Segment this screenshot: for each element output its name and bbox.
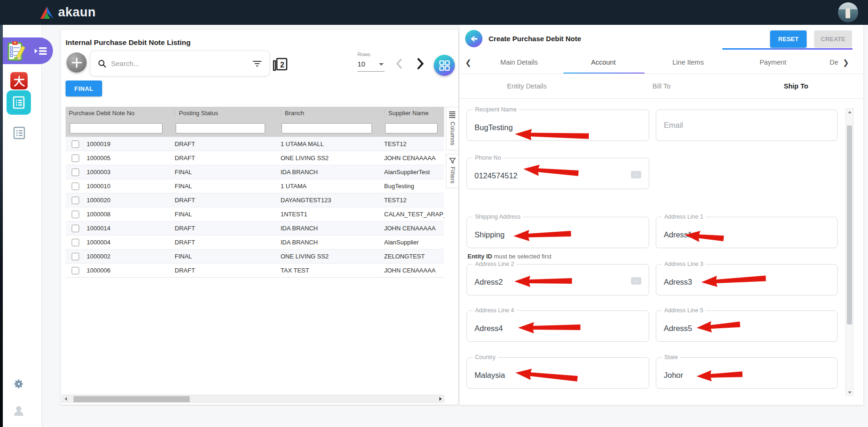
next-page-button[interactable] — [416, 57, 424, 70]
country-field[interactable]: Country Malaysia — [467, 357, 649, 389]
filters-side-tab[interactable]: Filters — [446, 154, 458, 188]
row-checkbox[interactable] — [72, 183, 79, 190]
scroll-up-arrow[interactable] — [846, 109, 853, 115]
form-tab[interactable]: Payment — [759, 59, 786, 66]
user-avatar[interactable] — [838, 2, 858, 22]
sidebar-item-forms-active[interactable] — [7, 90, 31, 115]
cell-supplier: JOHN CENAAAAA — [384, 155, 444, 162]
debit-note-table: Purchase Debit Note No Posting Status Br… — [66, 107, 444, 278]
cell-branch: DAYANGTEST123 — [281, 197, 384, 204]
reset-button[interactable]: RESET — [770, 30, 807, 48]
address-line-3-field[interactable]: Address Line 3 Adress3 — [656, 264, 838, 295]
ellipsis-icon[interactable]: ⋯ — [631, 277, 641, 285]
funnel-icon — [449, 158, 456, 164]
form-tab[interactable]: De — [830, 59, 838, 66]
sidebar-active-module[interactable] — [2, 37, 53, 64]
scroll-down-arrow[interactable] — [846, 389, 853, 396]
row-checkbox[interactable] — [72, 253, 79, 260]
row-checkbox[interactable] — [72, 225, 79, 232]
filter-input-branch[interactable] — [282, 123, 372, 133]
table-row[interactable]: 1000020 DRAFT DAYANGTEST123 TEST12 — [66, 193, 444, 207]
settings-gear-icon[interactable] — [13, 378, 24, 390]
form-tab[interactable]: Line Items — [673, 59, 704, 66]
column-header[interactable]: Posting Status — [175, 109, 281, 117]
scroll-left-arrow[interactable] — [62, 395, 69, 402]
form-sub-tab[interactable]: Ship To — [729, 74, 863, 98]
shipping-address-field[interactable]: Shipping Address Shipping — [467, 217, 649, 248]
sidebar-item-chinese-app[interactable] — [10, 72, 28, 89]
address-line-5-field[interactable]: Address Line 5 Adress5 — [656, 310, 838, 342]
table-row[interactable]: 1000005 DRAFT ONE LIVING SS2 JOHN CENAAA… — [66, 151, 444, 165]
cell-posting-status: FINAL — [175, 253, 281, 260]
columns-side-tab[interactable]: Columns — [446, 107, 458, 150]
table-row[interactable]: 1000010 FINAL 1 UTAMA BugTesting — [66, 179, 444, 193]
horizontal-scrollbar[interactable] — [62, 395, 444, 403]
table-side-tabs: Columns Filters — [446, 107, 458, 192]
back-button[interactable] — [465, 30, 482, 47]
filter-input-supplier[interactable] — [385, 123, 438, 133]
column-header[interactable]: Supplier Name — [384, 109, 444, 117]
form-tab[interactable]: Main Details — [500, 59, 538, 66]
create-debit-note-panel: Create Purchase Debit Note RESET CREATE … — [460, 25, 863, 405]
row-checkbox[interactable] — [72, 239, 79, 246]
apps-grid-button[interactable] — [434, 55, 455, 76]
tabs-scroll-left-icon[interactable]: ❮ — [463, 58, 473, 67]
form-title: Create Purchase Debit Note — [489, 35, 581, 43]
address-line-2-field[interactable]: Address Line 2 Adress2 ⋯ — [467, 264, 649, 295]
address-line-4-field[interactable]: Address Line 4 Adress4 — [467, 310, 649, 342]
previous-page-button[interactable] — [395, 58, 403, 69]
add-record-button[interactable] — [67, 52, 87, 73]
ellipsis-icon[interactable]: ⋯ — [631, 171, 641, 178]
row-checkbox[interactable] — [72, 211, 79, 218]
row-checkbox[interactable] — [72, 197, 79, 204]
duplicate-view-icon[interactable]: 2 — [273, 57, 288, 71]
filter-input-posting-status[interactable] — [176, 123, 265, 133]
filter-lines-icon[interactable] — [252, 60, 262, 67]
sidebar-item-forms-secondary[interactable] — [13, 126, 26, 140]
scroll-right-arrow[interactable] — [437, 395, 444, 402]
email-field[interactable]: Email — [656, 110, 838, 141]
state-field[interactable]: State Johor — [656, 357, 838, 389]
search-input[interactable] — [111, 59, 252, 67]
table-row[interactable]: 1000008 FINAL 1NTEST1 CALAN_TEST_ARAP_2 — [66, 207, 444, 221]
rows-per-page-select[interactable]: Rows 10 — [357, 52, 385, 72]
column-header[interactable]: Branch — [281, 109, 384, 117]
row-checkbox[interactable] — [72, 155, 79, 162]
filter-input-note-no[interactable] — [70, 123, 163, 133]
cell-note-no: 1000020 — [87, 197, 111, 204]
table-row[interactable]: 1000003 FINAL IDA BRANCH AlanSupplierTes… — [66, 165, 444, 179]
row-checkbox[interactable] — [72, 267, 79, 274]
rows-value: 10 — [357, 60, 385, 72]
cell-note-no: 1000008 — [87, 211, 111, 218]
row-checkbox[interactable] — [72, 140, 79, 148]
create-button[interactable]: CREATE — [814, 30, 852, 48]
cell-supplier: TEST12 — [384, 197, 444, 204]
brand-triangle-icon — [39, 6, 54, 19]
table-row[interactable]: 1000006 DRAFT TAX TEST JOHN CENAAAAA — [66, 263, 444, 277]
column-header[interactable]: Purchase Debit Note No — [69, 109, 175, 117]
brand-logo[interactable]: akaun — [39, 5, 96, 20]
top-navbar: akaun — [0, 0, 868, 25]
scrollbar-thumb[interactable] — [74, 396, 190, 402]
form-sub-tab[interactable]: Entity Details — [460, 74, 594, 98]
address-line-1-field[interactable]: Address Line 1 Adress1 — [656, 217, 838, 248]
table-row[interactable]: 1000004 DRAFT IDA BRANCH AlanSupplier — [66, 235, 444, 249]
table-row[interactable]: 1000014 DRAFT IDA BRANCH JOHN CENAAAAA — [66, 221, 444, 235]
tabs-scroll-right-icon[interactable]: ❯ — [841, 58, 851, 67]
cell-posting-status: DRAFT — [175, 225, 281, 232]
form-sub-tab[interactable]: Bill To — [594, 74, 728, 98]
table-row[interactable]: 1000019 DRAFT 1 UTAMA MALL TEST12 — [66, 137, 444, 151]
row-checkbox[interactable] — [72, 169, 79, 176]
cell-posting-status: DRAFT — [175, 267, 281, 274]
form-tab[interactable]: Account — [591, 59, 616, 66]
cell-supplier: ZELONGTEST — [384, 253, 444, 260]
support-person-icon[interactable] — [13, 405, 25, 417]
listing-title: Internal Purchase Debit Note Listing — [66, 38, 191, 47]
phone-no-field[interactable]: Phone No 0124574512 ⋯ — [467, 158, 649, 189]
table-row[interactable]: 1000002 FINAL ONE LIVING SS2 ZELONGTEST — [66, 249, 444, 263]
vertical-scrollbar[interactable] — [846, 108, 853, 396]
scrollbar-thumb[interactable] — [847, 125, 852, 324]
status-filter-chip[interactable]: FINAL — [66, 81, 102, 96]
recipient-name-field[interactable]: Recipient Name BugTesting — [467, 110, 649, 141]
cell-posting-status: DRAFT — [175, 140, 281, 147]
